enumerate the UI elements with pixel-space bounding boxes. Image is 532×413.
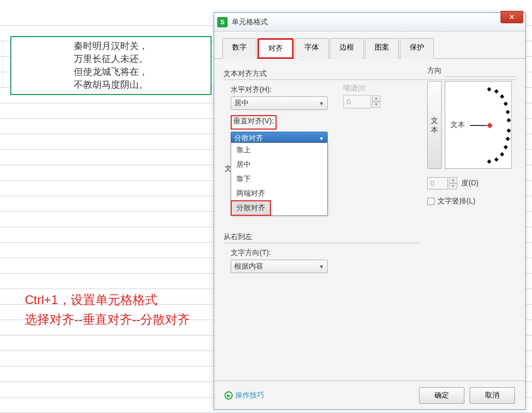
tab-bar: 数字 对齐 字体 边框 图案 保护	[214, 31, 525, 59]
degree-label: 度(D)	[461, 179, 478, 188]
indent-up-button[interactable]: ▲	[372, 96, 380, 102]
v-align-option-top[interactable]: 靠上	[231, 143, 327, 157]
vertical-text-checkbox-row[interactable]: 文字竖排(L)	[427, 197, 516, 206]
close-button[interactable]: ✕	[501, 11, 523, 23]
degree-row: ▲ ▼ 度(D)	[427, 177, 516, 189]
checkbox-icon[interactable]	[427, 198, 434, 205]
degree-down-button[interactable]: ▼	[449, 183, 457, 189]
selected-cell[interactable]: 秦时明月汉时关， 万里长征人未还。 但使龙城飞将在， 不教胡马度阴山。	[10, 36, 212, 95]
text-direction-value: 根据内容	[234, 262, 263, 271]
ok-button[interactable]: 确定	[419, 387, 464, 404]
tab-protection[interactable]: 保护	[400, 38, 434, 59]
degree-input[interactable]	[427, 177, 448, 189]
tab-number[interactable]: 数字	[222, 38, 256, 59]
help-link[interactable]: ▶ 操作技巧	[224, 391, 264, 400]
degree-up-button[interactable]: ▲	[449, 177, 457, 183]
h-align-value: 居中	[234, 99, 249, 108]
chevron-down-icon: ▼	[319, 264, 324, 269]
vertical-text-button[interactable]: 文本	[427, 81, 442, 169]
degree-spinner[interactable]: ▲ ▼	[427, 177, 457, 189]
help-label: 操作技巧	[235, 391, 264, 400]
rtl-section-title: 从右到左	[223, 232, 255, 241]
dialog-body: 文本对齐方式 水平对齐(H): 居中 ▼ 缩进(I): ▲ ▼ 垂直对齐(V):	[214, 59, 525, 400]
text-rotation-dial[interactable]: 文本	[445, 81, 512, 169]
v-align-value: 分散对齐	[234, 134, 263, 143]
v-align-dropdown: 靠上 居中 靠下 两端对齐 分散对齐	[231, 142, 328, 216]
close-icon: ✕	[509, 13, 515, 21]
dialog-titlebar[interactable]: S 单元格格式 ✕	[214, 13, 525, 31]
indent-block: 缩进(I): ▲ ▼	[343, 84, 380, 108]
v-align-option-bottom[interactable]: 靠下	[231, 172, 327, 186]
h-align-label: 水平对齐(H):	[231, 85, 271, 94]
play-icon: ▶	[224, 391, 233, 400]
app-icon: S	[217, 17, 228, 27]
h-align-combo[interactable]: 居中 ▼	[231, 97, 328, 110]
chevron-down-icon: ▼	[319, 136, 324, 141]
v-align-option-center[interactable]: 居中	[231, 157, 327, 172]
cancel-button[interactable]: 取消	[470, 387, 515, 404]
indent-down-button[interactable]: ▼	[372, 102, 380, 108]
indent-spinner[interactable]: ▲ ▼	[343, 95, 380, 108]
cell-content: 秦时明月汉时关， 万里长征人未还。 但使龙城飞将在， 不教胡马度阴山。	[74, 40, 148, 92]
v-align-label-highlight: 垂直对齐(V):	[231, 115, 277, 130]
dialog-footer: ▶ 操作技巧 确定 取消	[214, 380, 525, 409]
dialog-title: 单元格格式	[232, 18, 268, 27]
vertical-text-label: 文本	[431, 116, 438, 134]
indent-input[interactable]	[343, 95, 371, 108]
cell-format-dialog: S 单元格格式 ✕ 数字 对齐 字体 边框 图案 保护 文本对齐方式 水平对齐(…	[214, 12, 526, 410]
rtl-section: 从右到左 文字方向(T): 根据内容 ▼	[223, 229, 420, 276]
tab-font[interactable]: 字体	[295, 38, 329, 59]
tab-alignment[interactable]: 对齐	[257, 38, 294, 59]
dial-center-icon	[487, 122, 492, 128]
indent-label: 缩进(I):	[343, 84, 366, 93]
tab-border[interactable]: 边框	[330, 38, 364, 59]
v-align-option-justify[interactable]: 两端对齐	[231, 186, 327, 201]
text-direction-combo[interactable]: 根据内容 ▼	[231, 260, 328, 273]
text-direction-label: 文字方向(T):	[231, 248, 271, 258]
v-align-option-distributed[interactable]: 分散对齐	[231, 200, 271, 216]
dial-line-icon	[470, 125, 487, 126]
dial-label: 文本	[450, 120, 465, 130]
direction-panel: 方向 文本 文本	[427, 66, 516, 206]
vertical-text-checkbox-label: 文字竖排(L)	[438, 197, 475, 206]
v-align-label: 垂直对齐(V):	[233, 117, 274, 126]
direction-title: 方向	[427, 66, 442, 74]
instruction-text: Ctrl+1，设置单元格格式 选择对齐--垂直对齐--分散对齐	[25, 290, 190, 330]
tab-pattern[interactable]: 图案	[365, 38, 399, 59]
chevron-down-icon: ▼	[319, 101, 324, 106]
